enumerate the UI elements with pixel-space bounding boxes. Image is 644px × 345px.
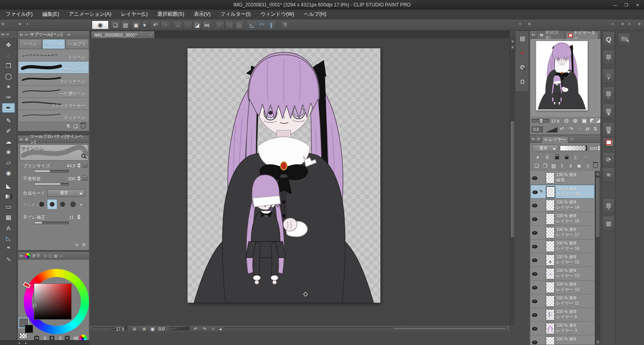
canvas-viewport[interactable] <box>90 38 510 325</box>
rotate-cw-icon[interactable]: ↷ <box>200 326 208 332</box>
layer-row[interactable]: 100 % 通常 レイヤー 13 <box>530 267 594 281</box>
layer-thumbnail[interactable] <box>546 172 555 184</box>
subtool-item-dotpen[interactable]: ドットペン <box>19 110 89 122</box>
anti-alias-caret-icon[interactable]: ▾ <box>80 202 82 207</box>
zoom-in-icon[interactable]: ⊕ <box>140 326 148 332</box>
panel-menu-icon[interactable]: ⊨ <box>20 254 23 258</box>
eye-icon[interactable] <box>532 176 537 180</box>
horizontal-scrollbar[interactable] <box>224 327 506 331</box>
transparent-color-swatch[interactable] <box>19 333 27 339</box>
correction-check-icon[interactable]: ✔ <box>517 47 528 58</box>
transfer-down-icon[interactable]: ⇩ <box>558 162 566 169</box>
ruler-tool[interactable]: ◺ <box>2 233 15 243</box>
scroll-down-icon[interactable]: ▾ <box>510 39 515 44</box>
subtool-item-magicpen[interactable]: マジックペン <box>19 74 89 86</box>
rotation-slider[interactable] <box>169 327 190 331</box>
workspace-icon[interactable]: ▤ <box>517 33 528 44</box>
subtool-tab-kabura[interactable]: ✑ カブラ <box>66 39 89 49</box>
subtool-tab-pen[interactable]: ✑ ペン <box>19 39 42 49</box>
new-folder-icon[interactable]: ▤ <box>549 162 558 169</box>
figure-tool[interactable]: ▭ <box>2 202 15 212</box>
stabilization-stepper[interactable] <box>77 214 81 220</box>
extra-tab-icon[interactable]: ✑ <box>67 33 70 37</box>
panel-menu-icon[interactable]: ⊨ <box>532 33 535 37</box>
delete-subtool-icon[interactable] <box>81 124 85 128</box>
move-tool[interactable]: ✥ <box>2 40 15 50</box>
eraser-tool[interactable]: ▱ <box>2 158 15 167</box>
snap-perspective-off-button[interactable]: ◹ <box>225 21 234 29</box>
color-slider-tab-icon[interactable]: ≡ <box>44 254 47 258</box>
navigator-zoom-slider[interactable] <box>532 119 549 123</box>
fill-tool[interactable]: ◣ <box>2 181 15 191</box>
close-icon[interactable]: ✕ <box>632 0 643 10</box>
layer-opacity-stepper[interactable] <box>597 145 601 151</box>
layer-scrollbar-thumb[interactable] <box>596 177 600 238</box>
menu-file[interactable]: ファイル(F) <box>6 11 33 18</box>
brush-size-dynamics-button[interactable] <box>82 163 87 168</box>
quick-zoom-icon[interactable]: Q <box>603 31 615 48</box>
background-color-swatch[interactable] <box>25 325 33 333</box>
menu-view[interactable]: 表示(V) <box>194 11 211 18</box>
clip-studio-logo[interactable]: ◉ <box>92 21 109 29</box>
blend-mode-dropdown[interactable]: 通常 <box>47 189 85 197</box>
lightbulb-icon[interactable]: Ω <box>517 76 528 87</box>
nav-rotate-cw-icon[interactable]: ↷ <box>569 126 573 132</box>
nav-flip-v-icon[interactable]: ⇅ <box>593 126 597 132</box>
layer-blend-mode-dropdown[interactable]: 通常 <box>533 145 558 152</box>
snap-grid-off-button[interactable]: ▨ <box>234 21 244 29</box>
scroll-left-icon[interactable]: ◂ <box>217 326 223 332</box>
panel-menu-icon[interactable]: ⊨ <box>1 32 5 37</box>
flip-vertical-icon[interactable]: ◪ <box>596 117 601 123</box>
subtool-tab-marker[interactable]: ✑ マーカ <box>42 39 65 49</box>
anti-alias-none[interactable] <box>37 199 47 209</box>
expand-up-icon[interactable]: ▴ <box>25 341 27 345</box>
snap-ruler-button[interactable]: ◺ <box>247 21 257 29</box>
marker-tool[interactable]: ✒ <box>2 103 15 113</box>
eye-icon[interactable] <box>532 300 537 303</box>
color-set-tab-icon[interactable]: ◫ <box>48 254 52 258</box>
snap-ruler-off-button[interactable]: ◸ <box>215 21 225 29</box>
chevron-left-icon[interactable]: ‹ <box>629 21 630 27</box>
object-tool[interactable]: ❐ <box>2 61 15 71</box>
ink-bottle-icon[interactable]: ⚗ <box>66 124 70 129</box>
collapse-right-icon[interactable]: » <box>528 21 531 27</box>
nav-zoom-in-icon[interactable]: ⊕ <box>573 117 578 124</box>
apply-mask-icon[interactable]: ◨ <box>583 162 592 169</box>
eye-icon[interactable] <box>532 217 537 221</box>
layer-thumbnail[interactable] <box>546 254 555 266</box>
layer-thumbnail[interactable] <box>546 213 555 225</box>
collapse-left-icon[interactable]: « <box>2 21 4 27</box>
scroll-down-icon[interactable]: ▾ <box>596 340 600 345</box>
fill-selection-button[interactable]: ◪ <box>192 21 202 29</box>
draft-layer-icon[interactable]: ◧ <box>572 153 580 160</box>
brush-size-slider[interactable] <box>34 170 69 173</box>
new-vector-layer-icon[interactable]: ❐ <box>541 162 549 169</box>
minimize-icon[interactable]: — <box>609 0 621 10</box>
sync-materials-icon[interactable]: ⟳ <box>603 152 615 167</box>
layer-thumbnail[interactable] <box>546 282 555 293</box>
layer-list-scrollbar[interactable]: ▴ ▾ <box>595 171 601 345</box>
layer-row[interactable]: 100 % 通常 レイヤー 15 <box>530 253 594 267</box>
opacity-stepper[interactable] <box>77 175 81 182</box>
pen-tab-icon[interactable]: ✑ <box>25 33 28 37</box>
nav-reset-rotation-icon[interactable]: ✳ <box>578 126 582 132</box>
frame-border-tool[interactable]: ▦ <box>2 213 15 222</box>
eye-icon[interactable] <box>532 327 537 331</box>
collapse-right-icon[interactable]: » <box>621 21 624 27</box>
layer-row-selected[interactable]: ✎ 100 % 通常 レイヤー 20 <box>530 185 594 198</box>
opacity-dynamics-button[interactable] <box>82 176 87 181</box>
brush-size-stepper[interactable] <box>77 162 81 169</box>
layer-opacity-slider[interactable] <box>560 145 587 151</box>
horizontal-scrollbar-thumb[interactable] <box>393 327 506 330</box>
layer-row[interactable]: 100 % 通常 レイヤー 6 <box>530 308 594 322</box>
save-file-button[interactable]: ▣ <box>131 21 141 29</box>
menu-animation[interactable]: アニメーション(A) <box>69 11 111 18</box>
layer-thumbnail[interactable] <box>546 323 555 334</box>
subtool-item-millipen[interactable]: ミリペン <box>19 50 89 62</box>
eyedropper-tool[interactable]: ✑ <box>2 93 15 102</box>
layer-row[interactable]: 100 % 通常 レイヤー 3 <box>530 322 594 335</box>
panel-menu-icon[interactable]: ⊨ <box>532 137 535 141</box>
lasso-tool[interactable]: ◯ <box>2 72 15 81</box>
layer-row[interactable]: 100 % 通常 レイヤー 16 <box>530 240 594 253</box>
brush-preview[interactable]: サインペン <box>20 145 88 161</box>
